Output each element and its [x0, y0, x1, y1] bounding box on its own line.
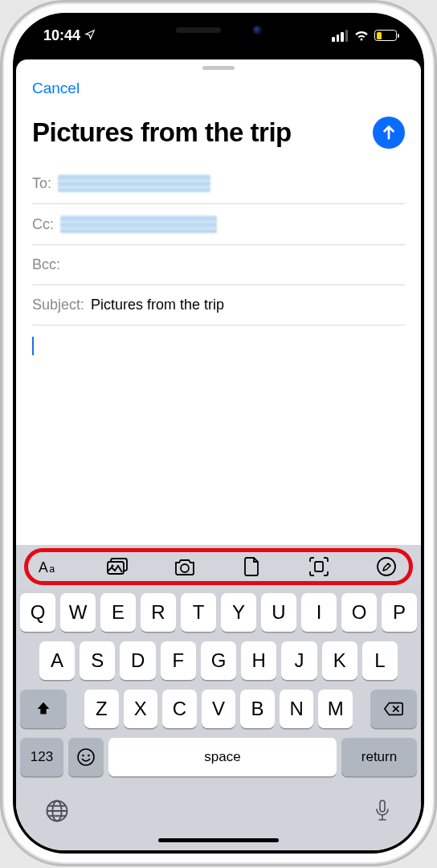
bcc-field[interactable]: Bcc:: [32, 245, 405, 285]
keyboard: QWERTYUIOP ASDFGHJKL ZXCVBNM: [16, 588, 421, 783]
dictation-key[interactable]: [373, 799, 392, 825]
svg-point-8: [78, 749, 94, 765]
compose-title: Pictures from the trip: [32, 117, 366, 148]
svg-point-5: [181, 564, 189, 572]
key-q[interactable]: Q: [20, 593, 55, 632]
to-label: To:: [32, 175, 51, 192]
emoji-key[interactable]: [68, 738, 104, 776]
key-n[interactable]: N: [280, 690, 314, 728]
battery-icon: [374, 30, 397, 41]
key-a[interactable]: A: [39, 641, 75, 680]
key-z[interactable]: Z: [84, 690, 119, 728]
message-body[interactable]: [16, 326, 421, 545]
markup-icon[interactable]: [373, 553, 400, 580]
cellular-icon: [332, 30, 348, 42]
key-o[interactable]: O: [341, 593, 377, 632]
key-c[interactable]: C: [162, 690, 197, 728]
cc-value-redacted: [60, 215, 217, 233]
attachment-toolbar: Aa: [16, 545, 421, 588]
bcc-label: Bcc:: [32, 256, 60, 273]
wifi-icon: [353, 30, 369, 41]
key-g[interactable]: G: [201, 641, 236, 680]
svg-text:a: a: [49, 563, 55, 575]
subject-field[interactable]: Subject: Pictures from the trip: [32, 285, 405, 326]
notch: [126, 16, 311, 43]
numbers-key[interactable]: 123: [20, 738, 63, 776]
key-f[interactable]: F: [161, 641, 196, 680]
key-y[interactable]: Y: [221, 593, 256, 632]
to-field[interactable]: To:: [32, 163, 405, 204]
key-d[interactable]: D: [120, 641, 155, 680]
svg-point-10: [88, 755, 90, 757]
globe-key[interactable]: [45, 799, 69, 825]
key-t[interactable]: T: [181, 593, 216, 632]
svg-point-7: [378, 558, 395, 575]
subject-value: Pictures from the trip: [91, 297, 224, 313]
key-h[interactable]: H: [241, 641, 276, 680]
key-w[interactable]: W: [60, 593, 96, 632]
svg-text:A: A: [39, 559, 48, 575]
key-k[interactable]: K: [322, 641, 357, 680]
key-m[interactable]: M: [318, 690, 353, 728]
shift-key[interactable]: [20, 690, 67, 728]
svg-rect-6: [315, 562, 323, 571]
cancel-button[interactable]: Cancel: [32, 78, 80, 99]
camera-icon[interactable]: [171, 553, 198, 580]
delete-key[interactable]: [370, 690, 417, 728]
subject-label: Subject:: [32, 297, 84, 313]
return-key[interactable]: return: [341, 738, 417, 776]
key-p[interactable]: P: [382, 593, 417, 632]
key-r[interactable]: R: [141, 593, 176, 632]
cc-label: Cc:: [32, 216, 54, 233]
key-b[interactable]: B: [240, 690, 275, 728]
text-cursor: [32, 337, 34, 355]
document-icon[interactable]: [239, 553, 266, 580]
key-l[interactable]: L: [362, 641, 398, 680]
space-key[interactable]: space: [108, 738, 337, 776]
scan-document-icon[interactable]: [305, 553, 333, 580]
to-value-redacted: [58, 174, 210, 192]
annotation-highlight: [24, 548, 413, 585]
cc-field[interactable]: Cc:: [32, 204, 405, 245]
svg-rect-13: [380, 800, 385, 812]
key-s[interactable]: S: [80, 641, 115, 680]
key-u[interactable]: U: [261, 593, 296, 632]
key-j[interactable]: J: [281, 641, 317, 680]
key-v[interactable]: V: [202, 690, 236, 728]
text-format-icon[interactable]: Aa: [37, 553, 64, 580]
key-x[interactable]: X: [124, 690, 158, 728]
location-icon: [84, 29, 96, 43]
key-i[interactable]: I: [301, 593, 337, 632]
photo-library-icon[interactable]: [104, 553, 132, 580]
compose-modal: Cancel Pictures from the trip To:: [16, 59, 421, 850]
home-indicator[interactable]: [158, 838, 279, 842]
key-e[interactable]: E: [100, 593, 136, 632]
svg-point-9: [82, 755, 84, 757]
status-time: 10:44: [43, 27, 80, 44]
send-button[interactable]: [373, 117, 405, 149]
iphone-frame: 10:44: [0, 0, 437, 866]
